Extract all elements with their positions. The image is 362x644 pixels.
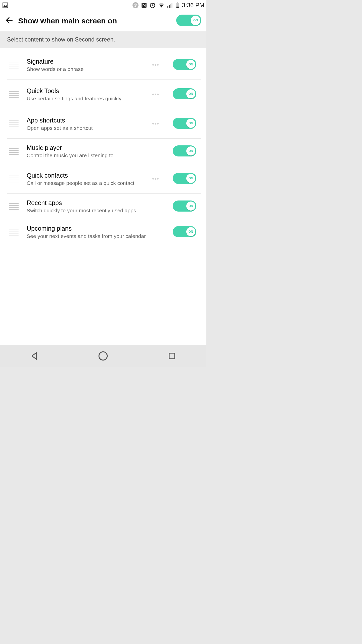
svg-line-6 [150,3,151,3]
drag-handle-icon[interactable] [9,176,19,182]
more-dots-icon[interactable]: ••• [151,62,161,68]
item-text: Recent apps Switch quickly to your most … [27,199,169,214]
nav-recent-button[interactable] [165,349,179,363]
item-subtitle: Switch quickly to your most recently use… [27,208,167,214]
list-item[interactable]: Upcoming plans See your next events and … [7,219,201,245]
item-subtitle: Open apps set as a shortcut [27,125,149,131]
item-title: Recent apps [27,199,167,207]
item-subtitle: Call or message people set as a quick co… [27,180,149,186]
back-button[interactable] [5,16,14,26]
item-toggle[interactable]: ON [173,200,196,213]
toggle-label: ON [189,149,193,153]
list-item[interactable]: Quick Tools Use certain settings and fea… [7,80,201,109]
toggle-label: ON [189,204,193,208]
more-dots-icon[interactable]: ••• [151,91,161,98]
item-subtitle: See your next events and tasks from your… [27,233,167,239]
item-separator [165,115,165,133]
svg-rect-8 [167,6,168,8]
system-nav-bar [0,345,206,367]
drag-handle-icon[interactable] [9,62,19,68]
item-separator [165,56,165,74]
svg-rect-14 [176,7,179,8]
item-toggle[interactable]: ON [173,173,196,185]
master-toggle[interactable]: ON [176,15,201,27]
item-text: App shortcuts Open apps set as a shortcu… [27,117,151,131]
svg-line-7 [154,3,155,3]
toggle-label: ON [193,19,198,22]
item-toggle[interactable]: ON [173,88,196,100]
svg-point-15 [99,352,107,360]
nav-back-button[interactable] [27,349,41,363]
bluetooth-icon [132,2,139,9]
item-text: Quick Tools Use certain settings and fea… [27,87,151,102]
drag-handle-icon[interactable] [9,148,19,155]
battery-icon [175,2,180,9]
settings-screen: 3:36 PM Show when main screen on ON Sele… [0,0,206,367]
empty-space [0,295,206,345]
nav-home-button[interactable] [96,349,110,363]
toggle-label: ON [189,230,193,233]
list-item[interactable]: App shortcuts Open apps set as a shortcu… [7,109,201,139]
drag-handle-icon[interactable] [9,91,19,98]
alarm-icon [149,2,156,9]
toggle-label: ON [189,122,193,125]
nfc-icon [141,2,147,9]
item-title: Signature [27,58,149,65]
drag-handle-icon[interactable] [9,120,19,127]
item-text: Quick contacts Call or message people se… [27,172,151,186]
item-title: Upcoming plans [27,225,167,232]
item-toggle[interactable]: ON [173,59,196,71]
toggle-label: ON [189,92,193,96]
item-separator [165,85,165,103]
item-toggle[interactable]: ON [173,118,196,130]
status-right: 3:36 PM [132,2,204,9]
item-title: Music player [27,144,167,151]
item-toggle[interactable]: ON [173,226,196,238]
settings-list: Signature Show words or a phrase ••• ON … [0,48,206,295]
item-text: Music player Control the music you are l… [27,144,169,158]
list-item[interactable]: Recent apps Switch quickly to your most … [7,194,201,219]
item-toggle[interactable]: ON [173,145,196,157]
item-title: Quick Tools [27,87,149,95]
status-time: 3:36 PM [182,2,204,9]
item-text: Signature Show words or a phrase [27,58,151,72]
app-bar: Show when main screen on ON [0,11,206,31]
instruction-text: Select content to show on Second screen. [0,31,206,48]
picture-icon [2,2,9,9]
item-subtitle: Use certain settings and features quickl… [27,96,149,102]
signal-icon [167,2,173,9]
svg-rect-11 [171,3,172,8]
toggle-label: ON [189,63,193,66]
item-subtitle: Show words or a phrase [27,66,149,72]
more-dots-icon[interactable]: ••• [151,176,161,182]
item-text: Upcoming plans See your next events and … [27,225,169,239]
item-separator [165,170,165,188]
wifi-icon [158,2,165,9]
list-item[interactable]: Music player Control the music you are l… [7,139,201,164]
svg-line-5 [153,6,153,6]
page-title: Show when main screen on [18,17,176,25]
drag-handle-icon[interactable] [9,203,19,210]
item-title: App shortcuts [27,117,149,124]
list-item[interactable]: Quick contacts Call or message people se… [7,164,201,194]
svg-rect-13 [177,2,178,3]
status-left [2,2,9,9]
more-dots-icon[interactable]: ••• [151,120,161,127]
svg-rect-16 [169,353,175,359]
item-subtitle: Control the music you are listening to [27,152,167,158]
svg-rect-10 [170,4,171,8]
svg-rect-9 [169,5,169,8]
item-title: Quick contacts [27,172,149,179]
status-bar: 3:36 PM [0,0,206,11]
toggle-label: ON [189,177,193,180]
list-item[interactable]: Signature Show words or a phrase ••• ON [7,50,201,80]
drag-handle-icon[interactable] [9,229,19,235]
